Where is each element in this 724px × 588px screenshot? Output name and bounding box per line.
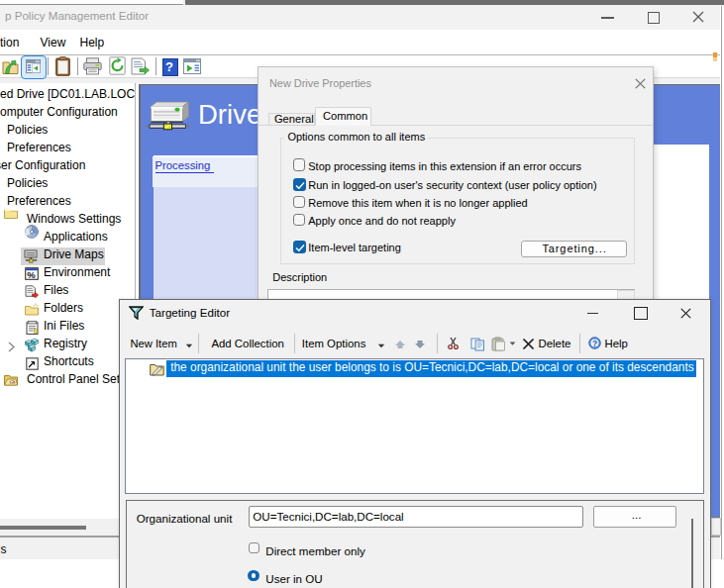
svg-text:%: % bbox=[27, 269, 36, 280]
svg-text:?: ? bbox=[592, 339, 597, 348]
